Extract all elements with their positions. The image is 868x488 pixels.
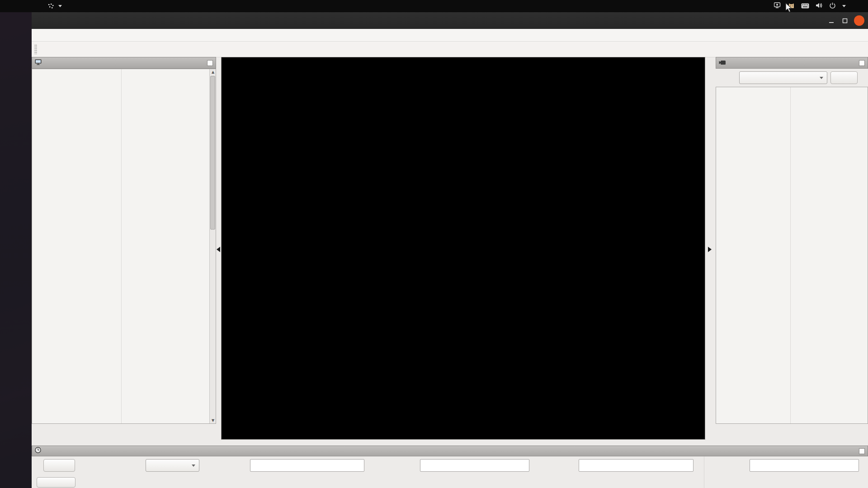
views-tree <box>716 87 868 424</box>
ros-time-input[interactable] <box>250 459 364 472</box>
wall-time-input[interactable] <box>579 459 693 472</box>
volume-icon <box>816 2 823 10</box>
minimize-button[interactable] <box>826 15 836 26</box>
reset-button[interactable] <box>37 477 75 488</box>
chevron-down-icon <box>842 5 846 7</box>
mouse-cursor <box>785 3 793 14</box>
panel-float-button[interactable] <box>859 448 865 454</box>
power-icon <box>829 2 836 10</box>
menubar <box>32 29 868 42</box>
desktop-screen: ▲ ▼ <box>0 0 868 488</box>
collapse-left-panel-arrow[interactable] <box>217 247 220 252</box>
displays-scrollbar[interactable]: ▲ ▼ <box>209 69 216 423</box>
monitor-icon <box>35 59 42 67</box>
displays-tree <box>32 69 216 424</box>
displays-panel-header[interactable] <box>32 57 216 69</box>
scroll-up-icon[interactable]: ▲ <box>210 69 216 75</box>
toolbar <box>32 42 868 57</box>
views-panel-header[interactable] <box>716 57 868 69</box>
panel-float-button[interactable] <box>859 60 865 66</box>
chevron-down-icon <box>192 465 195 467</box>
gnome-top-bar <box>0 0 868 12</box>
dock <box>0 12 32 488</box>
chevron-down-icon <box>58 5 62 7</box>
wall-elapsed-input[interactable] <box>750 459 859 472</box>
screen-share-icon <box>774 2 782 10</box>
collapse-right-panel-arrow[interactable] <box>708 247 712 252</box>
column-divider[interactable] <box>121 69 122 423</box>
camera-icon <box>719 59 726 67</box>
rviz-window: ▲ ▼ <box>32 12 868 488</box>
3d-viewport[interactable] <box>221 57 705 440</box>
scrollbar-thumb[interactable] <box>210 76 215 230</box>
panel-float-button[interactable] <box>207 60 213 66</box>
maximize-button[interactable] <box>840 15 850 26</box>
app-menu[interactable] <box>48 0 62 12</box>
pointcloud-canvas[interactable] <box>222 57 705 439</box>
views-type-row <box>716 71 868 84</box>
window-titlebar[interactable] <box>32 12 868 29</box>
pause-button[interactable] <box>43 459 75 472</box>
time-panel-divider <box>704 456 704 488</box>
system-tray[interactable] <box>774 0 846 12</box>
chevron-down-icon <box>820 77 823 79</box>
time-panel-header[interactable] <box>32 446 868 456</box>
rviz-topbar-icon <box>48 3 54 9</box>
close-button[interactable] <box>854 15 864 26</box>
sync-dropdown[interactable] <box>146 459 199 472</box>
view-type-dropdown[interactable] <box>739 71 827 84</box>
window-title <box>32 12 868 29</box>
keyboard-icon <box>801 3 809 10</box>
column-divider[interactable] <box>790 87 791 423</box>
ros-elapsed-input[interactable] <box>420 459 529 472</box>
time-controls <box>32 459 868 472</box>
toolbar-drag-handle[interactable] <box>34 44 37 54</box>
clock[interactable] <box>431 0 433 12</box>
zero-button[interactable] <box>830 71 858 84</box>
scroll-down-icon[interactable]: ▼ <box>210 418 216 423</box>
clock-icon <box>35 447 41 455</box>
